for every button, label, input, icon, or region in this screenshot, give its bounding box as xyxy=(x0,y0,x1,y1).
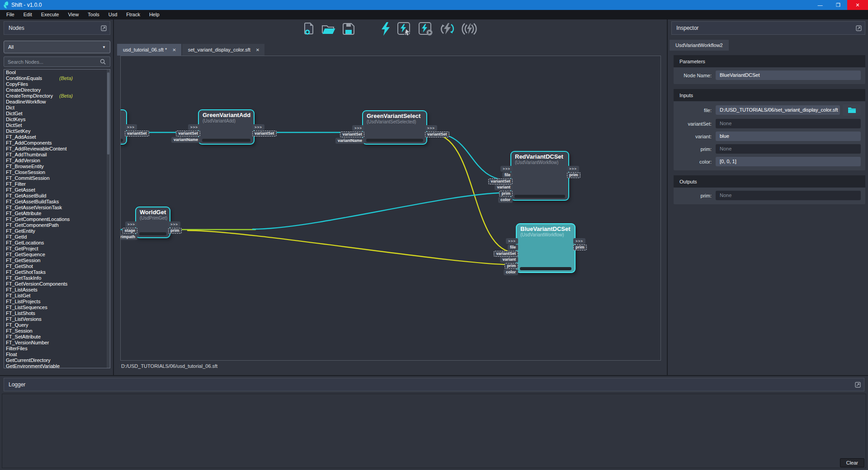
node-list-item[interactable]: FT_AddReviewableContent xyxy=(4,146,110,152)
port-flow[interactable]: >>> xyxy=(352,125,364,131)
node-list-item[interactable]: FT_GetAsset xyxy=(4,187,110,193)
node-list-item[interactable]: DictSetKey xyxy=(4,128,110,134)
graph-canvas[interactable]: >>>variantSetGreenVariantAdd(UsdVariantA… xyxy=(120,56,661,361)
node-list-item[interactable]: FT_ListVersions xyxy=(4,316,110,322)
node-list-item[interactable]: FT_Query xyxy=(4,322,110,328)
field-value-variant[interactable]: blue xyxy=(716,132,861,141)
port-file[interactable]: file xyxy=(508,244,518,250)
node-list-item[interactable]: FT_BrowseEntity xyxy=(4,164,110,169)
port-variantSet[interactable]: variantSet xyxy=(488,179,513,184)
scrollbar-thumb[interactable] xyxy=(107,72,109,155)
field-value-color[interactable]: [0, 0, 1] xyxy=(716,157,861,166)
node-list-item[interactable]: FT_ListAssets xyxy=(4,287,110,293)
port-file[interactable]: file xyxy=(502,172,513,178)
node-list-item[interactable]: FT_Session xyxy=(4,328,110,334)
node-list-item[interactable]: FT_AddComponents xyxy=(4,140,110,146)
node-list-item[interactable]: FT_GetLocations xyxy=(4,240,110,246)
node-list-item[interactable]: GetEnvironmentVariable xyxy=(4,363,110,368)
port-color[interactable]: color xyxy=(504,269,518,275)
node-list-item[interactable]: FT_VersionNumber xyxy=(4,340,110,346)
new-file-icon[interactable] xyxy=(304,23,315,37)
port-variantSet[interactable]: variantSet xyxy=(252,131,277,136)
node-list-item[interactable]: FilterFiles xyxy=(4,346,110,352)
inspector-node-tab[interactable]: UsdVariantWorkflow2 xyxy=(670,40,729,51)
re-execute-icon[interactable] xyxy=(440,22,454,38)
port-variantName[interactable]: variantName xyxy=(171,137,200,143)
node-list-item[interactable]: FT_GetTaskInfo xyxy=(4,275,110,281)
port-flow[interactable]: >>> xyxy=(188,124,200,130)
node-list-item[interactable]: Float xyxy=(4,352,110,357)
port-variantSet[interactable]: variantSet xyxy=(176,131,200,136)
port-flow[interactable]: >>> xyxy=(567,166,579,172)
node-list-item[interactable]: GetCurrentDirectory xyxy=(4,357,110,363)
graph-node-offscreen[interactable]: >>>variantSet xyxy=(120,109,127,145)
port-color[interactable]: color xyxy=(498,197,513,203)
port-flow[interactable]: >>> xyxy=(573,238,585,244)
graph-node-RedVariantDCSet[interactable]: RedVariantDCSet(UsdVariantWorkflow)>>>fi… xyxy=(510,151,569,201)
node-list-item[interactable]: CreateDirectory xyxy=(4,87,110,93)
save-file-icon[interactable] xyxy=(343,23,354,37)
menu-tools[interactable]: Tools xyxy=(83,10,104,19)
execute-selected-icon[interactable] xyxy=(397,22,412,38)
port-variant[interactable]: variant xyxy=(500,257,518,263)
search-input[interactable]: Search Nodes... xyxy=(4,56,110,67)
node-list-item[interactable]: FT_CommitSession xyxy=(4,175,110,181)
port-prim[interactable]: prim xyxy=(499,191,513,197)
node-list-item[interactable]: FT_Filter xyxy=(4,181,110,187)
node-list-item[interactable]: FT_AddVersion xyxy=(4,158,110,164)
node-list-item[interactable]: DeadlineWorkflow xyxy=(4,99,110,105)
node-list-item[interactable]: FT_GetShot xyxy=(4,263,110,269)
port-variantSet[interactable]: variantSet xyxy=(494,251,518,257)
tab-usd-tutorial-06-sft-[interactable]: usd_tutorial_06.sft *✕ xyxy=(117,44,181,56)
node-list-item[interactable]: ConditionEquals(Beta) xyxy=(4,75,110,81)
node-list-item[interactable]: FT_SetAttribute xyxy=(4,334,110,340)
node-list-item[interactable]: DictSet xyxy=(4,122,110,128)
node-list-item[interactable]: FT_GetProject xyxy=(4,246,110,252)
node-filter-dropdown[interactable]: All ▼ xyxy=(4,41,110,53)
field-value-prim[interactable]: None xyxy=(716,191,861,200)
node-list-item[interactable]: Dict xyxy=(4,105,110,111)
undock-icon[interactable] xyxy=(101,25,107,33)
execute-from-icon[interactable] xyxy=(419,22,433,38)
port-flow[interactable]: >>> xyxy=(500,166,513,172)
menu-ftrack[interactable]: Ftrack xyxy=(122,10,145,19)
port-variantSet[interactable]: variantSet xyxy=(125,131,149,136)
node-list-item[interactable]: FT_GetAssetBuild xyxy=(4,193,110,199)
port-flow[interactable]: >>> xyxy=(125,221,137,227)
port-flow[interactable]: >>> xyxy=(506,238,518,244)
field-value-variantSet[interactable]: None xyxy=(716,119,861,128)
port-flow[interactable]: >>> xyxy=(168,221,180,227)
node-list-item[interactable]: FT_ListSequences xyxy=(4,305,110,310)
field-value-Node Name[interactable]: BlueVariantDCSet xyxy=(716,70,861,80)
node-list-scrollbar[interactable] xyxy=(107,70,110,368)
open-file-icon[interactable] xyxy=(321,23,336,37)
field-value-prim[interactable]: None xyxy=(716,144,861,154)
graph-node-GreenVariantSelect[interactable]: GreenVariantSelect(UsdVariantSetSelected… xyxy=(362,110,427,145)
port-prim[interactable]: prim xyxy=(168,228,182,234)
menu-usd[interactable]: Usd xyxy=(104,10,122,19)
graph-node-GreenVariantAdd[interactable]: GreenVariantAdd(UsdVariantAdd)>>>variant… xyxy=(198,109,255,145)
node-list-item[interactable]: CopyFiles xyxy=(4,81,110,87)
port-flow[interactable]: >>> xyxy=(425,125,437,131)
tab-close-icon[interactable]: ✕ xyxy=(172,47,176,52)
node-list-item[interactable]: FT_AddAsset xyxy=(4,134,110,140)
undock-icon[interactable] xyxy=(855,382,861,389)
node-list-item[interactable]: FT_GetComponentPath xyxy=(4,222,110,228)
node-list-item[interactable]: FT_ListGet xyxy=(4,293,110,299)
port-variant[interactable]: variant xyxy=(495,184,513,190)
menu-help[interactable]: Help xyxy=(145,10,164,19)
port-flow[interactable]: >>> xyxy=(125,124,137,130)
node-list-item[interactable]: FT_GetVersionComponents xyxy=(4,281,110,287)
clear-button[interactable]: Clear xyxy=(840,458,864,467)
port-variantSet[interactable]: variantSet xyxy=(425,132,449,137)
graph-node-WorldGet[interactable]: WorldGet(UsdPrimGet)>>>stageprimpath>>>p… xyxy=(135,207,170,238)
port-stage[interactable]: stage xyxy=(122,228,137,234)
port-variantName[interactable]: variantName xyxy=(335,138,364,144)
port-prim[interactable]: prim xyxy=(567,172,580,178)
port-prim[interactable]: prim xyxy=(573,244,587,250)
minimize-button[interactable]: — xyxy=(811,0,829,10)
menu-execute[interactable]: Execute xyxy=(37,10,64,19)
browse-button[interactable] xyxy=(843,104,861,116)
node-list-item[interactable]: FT_AddThumbnail xyxy=(4,152,110,158)
node-list-item[interactable]: Bool xyxy=(4,70,110,75)
